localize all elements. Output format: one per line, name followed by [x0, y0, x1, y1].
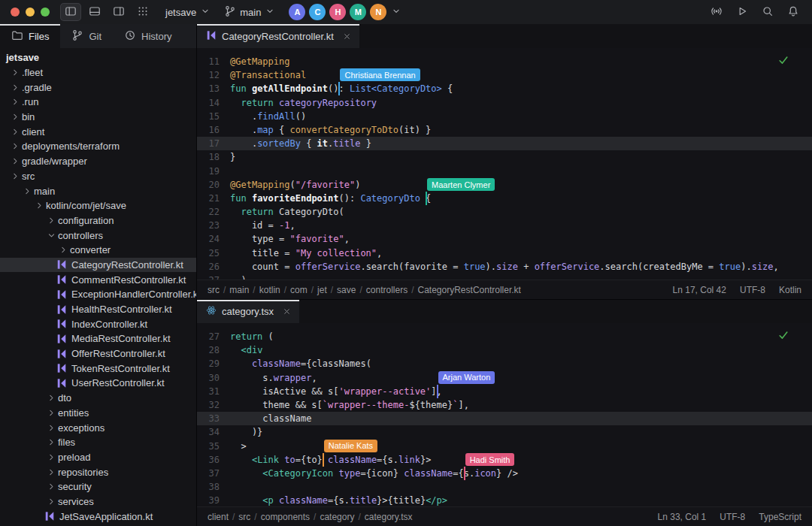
- tab-history[interactable]: History: [113, 24, 183, 48]
- tab-files[interactable]: Files: [0, 24, 60, 48]
- file-encoding[interactable]: UTF-8: [740, 285, 765, 295]
- code-line-19[interactable]: 19: [197, 165, 812, 178]
- tree-item--gradle[interactable]: .gradle: [0, 80, 196, 95]
- code-line-17[interactable]: 17 .sortedBy { it.title }: [197, 137, 812, 150]
- tree-item-offerrestcontroller-kt[interactable]: OfferRestController.kt: [0, 346, 196, 361]
- editor-tab-category-tsx[interactable]: category.tsx: [197, 300, 299, 323]
- code-line-38[interactable]: 38: [197, 480, 812, 494]
- breadcrumb-item[interactable]: main: [229, 285, 249, 295]
- chevron-right-icon[interactable]: [11, 156, 22, 166]
- code-line-16[interactable]: 16 .map { convertCategoryToDto(it) }: [197, 123, 812, 137]
- tree-item--run[interactable]: .run: [0, 95, 196, 110]
- chevron-right-icon[interactable]: [11, 171, 22, 181]
- tree-item-repositories[interactable]: repositories: [0, 464, 196, 479]
- file-language[interactable]: TypeScript: [759, 512, 801, 522]
- code-line-32[interactable]: 32 theme && s[`wrapper--theme-${theme}`]…: [197, 398, 812, 412]
- search-button[interactable]: [758, 3, 777, 21]
- chevron-right-icon[interactable]: [59, 245, 70, 255]
- inspections-ok-check-icon[interactable]: [777, 329, 789, 343]
- chevron-right-icon[interactable]: [47, 482, 58, 491]
- close-icon[interactable]: [342, 32, 352, 41]
- tree-item-controllers[interactable]: controllers: [0, 228, 196, 243]
- chevron-right-icon[interactable]: [47, 497, 58, 506]
- tree-item-userrestcontroller-kt[interactable]: UserRestController.kt: [0, 376, 196, 391]
- avatar-c[interactable]: C: [309, 4, 326, 20]
- breadcrumb-item[interactable]: CategoryRestController.kt: [418, 285, 521, 295]
- editor-tab-category-rest-controller[interactable]: CategoryRestController.kt: [197, 24, 359, 48]
- code-line-30[interactable]: 30 s.wrapper,: [197, 371, 812, 385]
- tree-item-tokenrestcontroller-kt[interactable]: TokenRestController.kt: [0, 361, 196, 376]
- tree-item-jetsaveapplication-kt[interactable]: JetSaveApplication.kt: [0, 509, 196, 524]
- breadcrumb-item[interactable]: controllers: [366, 285, 408, 295]
- tree-item-dto[interactable]: dto: [0, 391, 196, 406]
- breadcrumb-item[interactable]: client: [208, 512, 229, 522]
- code-line-31[interactable]: 31 isActive && s['wrapper--active'],: [197, 385, 812, 398]
- code-line-24[interactable]: 24 type = "favorite",: [197, 232, 812, 246]
- panel-left-toggle-button[interactable]: [60, 3, 81, 21]
- inspections-ok-check-icon[interactable]: [777, 54, 789, 68]
- chevron-right-icon[interactable]: [47, 216, 58, 225]
- collaborators-expand-button[interactable]: [386, 3, 406, 21]
- chevron-right-icon[interactable]: [11, 112, 22, 122]
- code-line-26[interactable]: 26 count = offerService.search(favorite …: [197, 260, 812, 274]
- chevron-right-icon[interactable]: [47, 393, 58, 403]
- tree-item-mediarestcontroller-kt[interactable]: MediaRestController.kt: [0, 331, 196, 346]
- tree-root-jetsave[interactable]: jetsave: [0, 50, 196, 65]
- chevron-right-icon[interactable]: [11, 97, 22, 107]
- breadcrumb-item[interactable]: jet: [317, 285, 327, 295]
- breadcrumb-item[interactable]: components: [261, 512, 310, 522]
- chevron-right-icon[interactable]: [11, 141, 22, 151]
- tree-item-files[interactable]: files: [0, 435, 196, 450]
- chevron-right-icon[interactable]: [35, 201, 46, 210]
- tree-item-configuration[interactable]: configuration: [0, 213, 196, 228]
- project-selector[interactable]: jetsave: [165, 6, 211, 19]
- notifications-button[interactable]: [783, 3, 803, 21]
- chevron-right-icon[interactable]: [11, 68, 22, 77]
- code-line-18[interactable]: 18}: [197, 150, 812, 164]
- panel-bottom-toggle-button[interactable]: [84, 3, 105, 21]
- close-icon[interactable]: [282, 307, 292, 316]
- tree-item-gradle-wrapper[interactable]: gradle/wrapper: [0, 154, 196, 169]
- tree-item-indexcontroller-kt[interactable]: IndexController.kt: [0, 316, 196, 331]
- code-editor-typescript[interactable]: 27return (28 <div29 className={className…: [197, 323, 812, 506]
- chevron-right-icon[interactable]: [47, 423, 58, 433]
- breadcrumb-item[interactable]: save: [337, 285, 356, 295]
- chevron-right-icon[interactable]: [23, 186, 34, 196]
- window-minimize-button[interactable]: [26, 8, 35, 17]
- broadcast-button[interactable]: [707, 3, 726, 21]
- code-line-34[interactable]: 34 )}: [197, 425, 812, 439]
- code-line-25[interactable]: 25 title = "My collection",: [197, 246, 812, 260]
- code-line-33[interactable]: 33 className: [197, 412, 812, 425]
- breadcrumb-item[interactable]: category.tsx: [365, 512, 413, 522]
- code-line-12[interactable]: 12@Transactional: [197, 68, 812, 82]
- tree-item-healthrestcontroller-kt[interactable]: HealthRestController.kt: [0, 302, 196, 317]
- chevron-right-icon[interactable]: [47, 408, 58, 418]
- code-line-20[interactable]: 20@GetMapping("/favorite"): [197, 178, 812, 192]
- code-line-23[interactable]: 23 id = -1,: [197, 219, 812, 232]
- code-line-27[interactable]: 27return (: [197, 330, 812, 343]
- code-line-21[interactable]: 21fun favoriteEndpoint(): CategoryDto {: [197, 192, 812, 205]
- chevron-down-icon[interactable]: [47, 231, 58, 240]
- breadcrumb-item[interactable]: kotlin: [259, 285, 280, 295]
- avatar-n[interactable]: N: [370, 4, 386, 20]
- tree-item--fleet[interactable]: .fleet: [0, 65, 196, 80]
- breadcrumb-item[interactable]: com: [290, 285, 308, 295]
- tree-item-kotlin-com-jet-save[interactable]: kotlin/com/jet/save: [0, 198, 196, 213]
- tree-item-entities[interactable]: entities: [0, 406, 196, 421]
- code-line-27[interactable]: 27 ): [197, 274, 812, 280]
- code-line-13[interactable]: 13fun getAllEndpoint(): List<CategoryDto…: [197, 82, 812, 95]
- code-line-15[interactable]: 15 .findAll(): [197, 110, 812, 123]
- tree-item-exceptionhandlercontroller-kt[interactable]: ExceptionHandlerController.kt: [0, 287, 196, 302]
- tree-item-src[interactable]: src: [0, 169, 196, 184]
- caret-position[interactable]: Ln 33, Col 1: [658, 512, 707, 522]
- tree-item-main[interactable]: main: [0, 183, 196, 198]
- tree-item-deployments-terraform[interactable]: deployments/terraform: [0, 139, 196, 154]
- avatar-a[interactable]: A: [289, 4, 305, 20]
- code-line-39[interactable]: 39 <p className={s.title}>{title}</p>: [197, 494, 812, 506]
- tree-item-security[interactable]: security: [0, 479, 196, 494]
- code-line-37[interactable]: 37 <CategoryIcon type={icon} className={…: [197, 467, 812, 480]
- code-line-29[interactable]: 29 className={classNames(: [197, 357, 812, 370]
- chevron-right-icon[interactable]: [47, 452, 58, 462]
- file-encoding[interactable]: UTF-8: [720, 512, 745, 522]
- chevron-right-icon[interactable]: [47, 437, 58, 447]
